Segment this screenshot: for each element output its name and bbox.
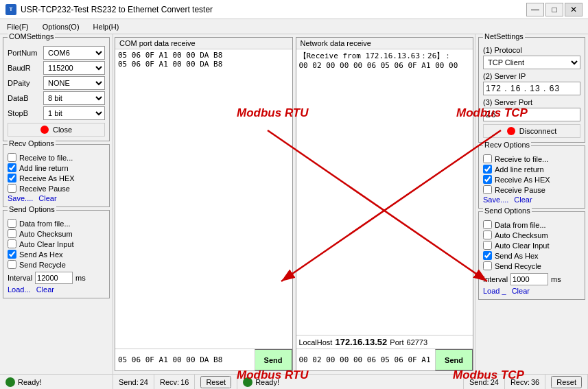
right-status-icon [243,377,252,387]
net-interval-unit: ms [551,275,561,283]
com-send-load-link[interactable]: Load... [8,285,31,294]
window-controls: — □ ✕ [526,3,583,16]
com-send-as-hex-row: Send As Hex [8,250,105,259]
app-icon: T [5,4,16,15]
close-window-button[interactable]: ✕ [565,3,583,16]
net-data-input[interactable] [296,349,436,370]
com-recv-clear-link[interactable]: Clear [38,194,56,202]
com-recv-pause-checkbox[interactable] [8,184,16,193]
protocol-select[interactable]: TCP Client [483,56,580,69]
right-send-value: 24 [491,378,499,386]
com-recv-title: Recv Options [8,139,56,148]
com-interval-label: Interval [8,274,32,282]
net-auto-clear-label: Auto Clear Input [495,241,550,250]
left-send-label: Send: [119,378,139,386]
com-send-button[interactable]: Send [255,349,292,370]
com-recv-links: Save.... Clear [8,194,105,202]
left-recv-label: Recv: [160,378,179,386]
left-ready-segment: Ready! [0,375,113,389]
right-recv-segment: Recv: 36 [505,375,545,389]
server-port-label: (3) Server Port [483,98,580,106]
com-close-button[interactable]: Close [8,123,105,137]
com-settings-group: COMSettings PortNum COM6 BaudR 115200 [3,37,110,141]
net-data-from-file-row: Data from file... [483,220,580,229]
com-recv-to-file-checkbox[interactable] [8,153,16,162]
com-data-area: 05 06 0F A1 00 00 DA B8 05 06 0F A1 00 0… [115,49,292,349]
baudr-row: BaudR 115200 [8,61,105,75]
server-ip-input[interactable] [483,82,580,95]
net-recv-options-group: Recv Options Receive to file... Add line… [478,145,585,209]
net-send-recycle-checkbox[interactable] [483,261,492,270]
net-add-line-return-label: Add line return [495,165,544,174]
net-send-as-hex-checkbox[interactable] [483,251,492,260]
net-interval-input[interactable] [510,273,548,285]
maximize-button[interactable]: □ [545,3,563,16]
server-ip-label: (2) Server IP [483,72,580,80]
left-reset-button[interactable]: Reset [200,376,231,388]
net-interval-row: Interval ms [483,273,580,285]
net-recv-save-link[interactable]: Save.... [483,196,508,204]
com-add-line-return-checkbox[interactable] [8,163,16,172]
net-settings-group: NetSettings (1) Protocol TCP Client (2) … [478,37,585,143]
net-recv-clear-link[interactable]: Clear [514,196,532,204]
com-recv-to-file-label: Receive to file... [19,154,73,162]
server-port-input[interactable] [483,108,580,121]
net-auto-checksum-checkbox[interactable] [483,231,492,239]
net-auto-clear-row: Auto Clear Input [483,241,580,250]
net-recv-as-hex-row: Receive As HEX [483,175,580,184]
net-auto-checksum-label: Auto Checksum [495,231,548,239]
net-send-options-group: Send Options Data from file... Auto Chec… [478,211,585,300]
com-interval-input[interactable]: 12000 [35,272,73,284]
com-recv-options-group: Recv Options Receive to file... Add line… [3,144,110,207]
net-send-clear-link[interactable]: Clear [512,287,530,295]
stopb-select[interactable]: 1 bit [43,106,105,120]
middle-section: COM port data receive 05 06 0F A1 00 00 … [113,34,475,374]
net-send-load-link[interactable]: Load _ [483,287,506,295]
com-send-recycle-checkbox[interactable] [8,260,16,269]
com-data-line-2: 05 06 0F A1 00 00 DA B8 [118,60,290,69]
net-send-recycle-row: Send Recycle [483,261,580,270]
net-data-from-file-checkbox[interactable] [483,220,492,229]
com-interval-row: Interval 12000 ms [8,272,105,284]
net-recv-to-file-checkbox[interactable] [483,154,492,163]
net-auto-clear-checkbox[interactable] [483,241,492,250]
baudr-label: BaudR [8,64,40,72]
datab-select[interactable]: 8 bit [43,91,105,105]
com-recv-pause-row: Receive Pause [8,184,105,193]
dpaity-select[interactable]: NONE [43,76,105,90]
com-recv-save-link[interactable]: Save.... [8,194,33,202]
portnum-select[interactable]: COM6 [43,46,105,60]
net-recv-pause-checkbox[interactable] [483,185,492,194]
left-recv-segment: Recv: 16 [154,375,195,389]
left-ready-label: Ready! [18,378,42,386]
com-auto-checksum-row: Auto Checksum [8,229,105,238]
menu-options[interactable]: Options(O) [38,21,84,32]
data-panels: COM port data receive 05 06 0F A1 00 00 … [113,34,475,374]
com-data-input[interactable] [115,349,255,370]
com-data-panel-title: COM port data receive [115,38,292,49]
menu-file[interactable]: File(F) [3,21,33,32]
net-send-button[interactable]: Send [435,349,473,370]
disconnect-button[interactable]: Disconnect [483,124,580,138]
local-ip-value: 172.16.13.52 [335,337,387,347]
com-send-clear-link[interactable]: Clear [36,285,54,294]
right-send-label: Send: [469,378,489,386]
net-recv-as-hex-checkbox[interactable] [483,175,492,184]
com-auto-clear-checkbox[interactable] [8,239,16,248]
com-recv-as-hex-checkbox[interactable] [8,174,16,182]
right-reset-button[interactable]: Reset [551,376,582,388]
net-add-line-return-checkbox[interactable] [483,165,492,174]
com-send-as-hex-checkbox[interactable] [8,250,16,259]
com-auto-checksum-checkbox[interactable] [8,229,16,238]
com-data-line-1: 05 06 0F A1 00 00 DA B8 [118,51,290,60]
main-content: COMSettings PortNum COM6 BaudR 115200 [0,34,588,374]
dpaity-row: DPaity NONE [8,76,105,90]
net-recv-title: Recv Options [483,141,531,149]
com-data-from-file-checkbox[interactable] [8,219,16,228]
minimize-button[interactable]: — [526,3,544,16]
com-recv-as-hex-label: Receive As HEX [19,174,75,182]
window-title: USR-TCP232-Test RS232 to Ethernet Conver… [21,5,213,14]
baudr-select[interactable]: 115200 [43,61,105,75]
menu-help[interactable]: Help(H) [89,21,124,32]
net-data-panel: Network data receive 【Receive from 172.1… [296,37,474,371]
